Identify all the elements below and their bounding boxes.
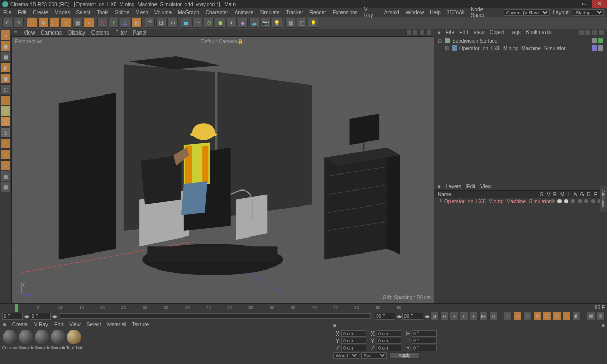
frame-current-input[interactable] xyxy=(30,313,51,320)
coord-mode-select[interactable]: World xyxy=(333,352,359,359)
y-axis-toggle[interactable]: Y xyxy=(108,18,119,28)
object-manager[interactable]: ⊟ Subdivision Surface ⊞ Operator_on_LX6_… xyxy=(434,36,607,183)
undo-button[interactable]: ↶ xyxy=(2,18,12,28)
point-mode-button[interactable]: ⋮ xyxy=(1,138,11,149)
h-rot-input[interactable] xyxy=(412,330,437,337)
edge-mode-button[interactable]: / xyxy=(1,149,11,160)
layers-empty-area[interactable] xyxy=(434,205,607,303)
bulb-button[interactable]: 💡 xyxy=(308,18,318,28)
grid1-button[interactable]: ▦ xyxy=(285,18,295,28)
node-space-select[interactable]: Current (V-Ray) xyxy=(504,9,550,16)
object-mode-button[interactable]: ◼ xyxy=(1,73,11,84)
frame-end-input[interactable] xyxy=(402,313,423,320)
mat-menu-edit[interactable]: Edit xyxy=(54,322,63,327)
obj-menu-tags[interactable]: Tags xyxy=(510,29,521,35)
x-size-input[interactable] xyxy=(377,330,401,337)
vp-nav1-icon[interactable] xyxy=(406,30,411,35)
hamburger-icon[interactable]: ≡ xyxy=(602,323,605,330)
key-rot-button[interactable]: ⟲ xyxy=(553,312,561,320)
render-settings-button[interactable]: ⚙ xyxy=(167,18,178,28)
search-icon[interactable] xyxy=(579,30,584,35)
x-pos-input[interactable] xyxy=(341,330,366,337)
menu-extensions[interactable]: Extensions xyxy=(333,10,358,15)
attributes-tab[interactable]: Attributes xyxy=(600,186,607,212)
object-name[interactable]: Operator_on_LX6_Mining_Machine_Simulator xyxy=(459,45,566,51)
autokey-button[interactable]: ◎ xyxy=(513,312,522,320)
vp-menu-panel[interactable]: Panel xyxy=(133,30,146,36)
layer-toggle[interactable] xyxy=(564,199,568,203)
filter-icon[interactable] xyxy=(592,30,597,35)
material-item[interactable]: Simulatc xyxy=(50,330,66,362)
menu-3dtoall[interactable]: 3DToAll xyxy=(447,10,464,15)
menu-modes[interactable]: Modes xyxy=(54,10,70,15)
obj-menu-view[interactable]: View xyxy=(473,29,485,35)
key-param-button[interactable]: P xyxy=(563,312,571,320)
b-rot-input[interactable] xyxy=(412,345,437,351)
layer-row[interactable]: └ Operator_on_LX6_Mining_Machine_Simulat… xyxy=(434,198,607,205)
z-size-input[interactable] xyxy=(377,345,401,351)
close-button[interactable]: ✕ xyxy=(592,0,607,8)
vp-menu-display[interactable]: Display xyxy=(68,30,85,36)
play-button[interactable]: ▸ xyxy=(460,312,468,320)
generator-button[interactable]: ⬡ xyxy=(204,18,214,28)
spline-button[interactable]: 〰 xyxy=(192,18,203,28)
expand-icon[interactable]: ⊟ xyxy=(438,38,443,44)
layer-toggle[interactable] xyxy=(571,199,575,203)
p-rot-input[interactable] xyxy=(412,338,437,344)
axis-mode-button[interactable]: ◫ xyxy=(1,84,11,94)
s1-button[interactable]: S xyxy=(1,106,11,116)
expand-icon[interactable]: ⊞ xyxy=(445,45,450,51)
timeline-opts1-button[interactable]: ▦ xyxy=(587,312,595,320)
menu-window[interactable]: Window xyxy=(406,10,424,15)
mat-menu-create[interactable]: Create xyxy=(12,322,28,327)
light-button[interactable]: 💡 xyxy=(272,18,282,28)
key-pla-button[interactable]: ◧ xyxy=(572,312,581,320)
eye-icon[interactable] xyxy=(585,30,590,35)
mat-menu-select[interactable]: Select xyxy=(87,322,101,327)
layer-toggle[interactable] xyxy=(557,199,562,203)
z-axis-toggle[interactable]: Z xyxy=(120,18,130,28)
expand-icon[interactable]: └ xyxy=(439,199,442,204)
menu-volume[interactable]: Volume xyxy=(154,10,172,15)
hamburger-icon[interactable]: ≡ xyxy=(438,184,441,189)
vp-menu-view[interactable]: View xyxy=(24,30,35,36)
cube-primitive-button[interactable]: ◼ xyxy=(181,18,191,28)
layer-toggle[interactable] xyxy=(591,199,595,203)
model-mode-button[interactable]: ◼ xyxy=(1,41,11,51)
timeline-ruler[interactable]: 90 F 05101520253035404550556065707580859… xyxy=(0,303,607,311)
hamburger-icon[interactable]: ≡ xyxy=(3,322,6,327)
menu-help[interactable]: Help xyxy=(430,10,441,15)
timeline-opts2-button[interactable]: ▥ xyxy=(597,312,605,320)
move-tool[interactable]: ✥ xyxy=(38,18,49,28)
frame-start-input[interactable] xyxy=(2,313,23,320)
hamburger-icon[interactable]: ≡ xyxy=(14,30,18,36)
l-mode-button[interactable]: L xyxy=(1,95,11,105)
y-pos-input[interactable] xyxy=(341,338,366,344)
next-key-button[interactable]: ▸▸ xyxy=(479,312,488,320)
layer-tag-icon[interactable] xyxy=(592,45,597,51)
frame-range-end-input[interactable] xyxy=(375,313,395,320)
poly-mode-button[interactable]: ▱ xyxy=(1,160,11,170)
goto-end-button[interactable]: ▸| xyxy=(489,312,497,320)
deformer-button[interactable]: ◆ xyxy=(238,18,248,28)
render-picture-button[interactable]: 🎞 xyxy=(156,18,166,28)
menu-mograph[interactable]: MoGraph xyxy=(178,10,199,15)
material-item[interactable]: Simulatc xyxy=(34,330,50,362)
material-item[interactable]: Simulatc xyxy=(18,330,34,362)
recent-tool[interactable]: ▦ xyxy=(72,18,83,28)
tree-row-subdivision[interactable]: ⊟ Subdivision Surface xyxy=(435,37,606,44)
prev-key-button[interactable]: ◂◂ xyxy=(440,312,448,320)
z-pos-input[interactable] xyxy=(341,345,366,351)
layers-menu-edit[interactable]: Edit xyxy=(466,184,475,189)
s3-button[interactable]: S xyxy=(1,128,11,138)
make-editable-button[interactable]: ▾ xyxy=(1,30,11,40)
menu-animate[interactable]: Animate xyxy=(235,10,254,15)
vis-tag-icon[interactable] xyxy=(598,45,603,51)
layers-menu-view[interactable]: View xyxy=(480,184,492,189)
path-icon[interactable] xyxy=(599,30,604,35)
menu-simulate[interactable]: Simulate xyxy=(259,10,279,15)
place-tool[interactable]: ✧ xyxy=(84,18,94,28)
uv-poly-button[interactable]: ▦ xyxy=(1,171,11,181)
scale-tool[interactable]: ⛶ xyxy=(50,18,60,28)
size-mode-select[interactable]: Scale xyxy=(361,352,387,359)
